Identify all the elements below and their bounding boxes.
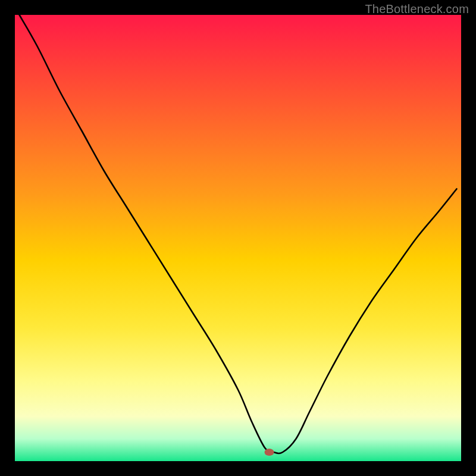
chart-container: TheBottleneck.com <box>0 0 476 476</box>
optimal-marker <box>265 449 274 456</box>
bottleneck-chart <box>0 0 476 476</box>
plot-background <box>15 15 461 461</box>
